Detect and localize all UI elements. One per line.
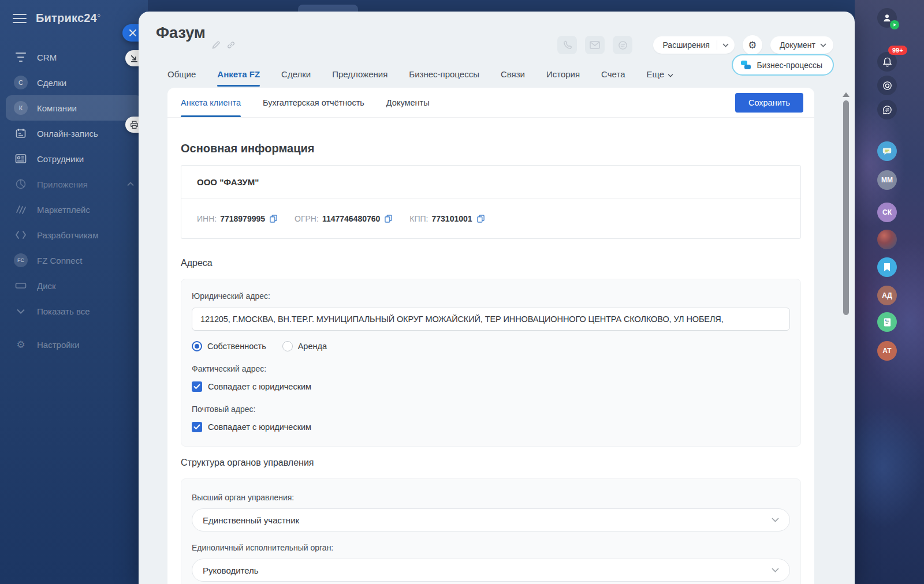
checkbox-checked-icon — [192, 422, 202, 432]
rent-radio[interactable]: Аренда — [282, 341, 327, 351]
tab-anketa-fz[interactable]: Анкета FZ — [217, 69, 260, 87]
company-slider-panel: Фазум Расширения ⚙ — [139, 12, 855, 584]
chevron-down-icon — [722, 43, 729, 47]
company-info-card: ООО "ФАЗУМ" ИНН: 7718979995 ОГРН: 114774… — [181, 165, 801, 239]
sidebar-item-crm[interactable]: CRM — [6, 44, 142, 70]
executive-body-select[interactable]: Руководитель — [192, 559, 790, 582]
ogrn-group: ОГРН: 1147746480760 — [295, 214, 392, 223]
postal-same-as-legal-checkbox[interactable]: Совпадает с юридическим — [192, 422, 790, 432]
actual-address-label: Фактический адрес: — [192, 364, 790, 373]
chevron-down-icon — [772, 568, 779, 572]
copilot-icon[interactable] — [877, 76, 897, 95]
deals-avatar-icon: С — [14, 76, 28, 89]
form-container: Анкета клиента Бухгалтерская отчётность … — [167, 88, 814, 584]
calendar-icon — [14, 128, 28, 139]
tab-history[interactable]: История — [546, 69, 580, 87]
inn-value: 7718979995 — [220, 214, 265, 223]
call-button[interactable] — [557, 36, 577, 54]
sidebar-item-companies[interactable]: К Компании — [6, 95, 142, 121]
user-avatar[interactable] — [877, 8, 897, 28]
copy-kpp-icon[interactable] — [477, 215, 485, 223]
documents-icon[interactable] — [877, 312, 897, 332]
avatar-sk[interactable]: СК — [877, 203, 897, 222]
kpp-value: 773101001 — [432, 214, 472, 223]
scrollbar-thumb[interactable] — [843, 100, 849, 315]
section-title-addresses: Адреса — [181, 258, 801, 268]
avatar-ad[interactable]: АД — [877, 286, 897, 305]
sidebar-item-show-all[interactable]: Показать все — [6, 298, 142, 324]
close-icon — [129, 29, 137, 37]
messenger-icon[interactable] — [877, 100, 897, 119]
apps-icon — [14, 178, 28, 190]
copy-link-icon[interactable] — [226, 40, 236, 50]
sidebar-item-settings[interactable]: ⚙ Настройки — [6, 332, 142, 357]
avatar-photo[interactable] — [877, 230, 897, 249]
notification-count-badge[interactable]: 99+ — [888, 46, 907, 55]
copy-ogrn-icon[interactable] — [385, 215, 392, 223]
sidebar-item-marketplace[interactable]: Маркетплейс — [6, 197, 142, 222]
marketplace-icon — [14, 204, 28, 215]
app-logo[interactable]: Битрикс24○ — [36, 12, 100, 25]
tab-deals[interactable]: Сделки — [281, 69, 311, 87]
copy-inn-icon[interactable] — [270, 215, 277, 223]
tab-accounting-reports[interactable]: Бухгалтерская отчётность — [263, 88, 364, 117]
chevron-down-icon — [820, 43, 826, 47]
actual-same-as-legal-checkbox[interactable]: Совпадает с юридическим — [192, 381, 790, 392]
sidebar: Битрикс24○ CRM С Сделки К Компании Онлай… — [0, 0, 148, 584]
tab-general[interactable]: Общие — [167, 69, 196, 87]
radio-checked-icon — [192, 341, 202, 351]
sidebar-item-employees[interactable]: Сотрудники — [6, 146, 142, 171]
email-button[interactable] — [585, 36, 605, 54]
sidebar-item-deals[interactable]: С Сделки — [6, 70, 142, 95]
disk-icon — [14, 281, 28, 290]
status-play-icon — [890, 20, 899, 29]
extensions-dropdown[interactable]: Расширения — [653, 36, 734, 54]
tab-documents[interactable]: Документы — [386, 88, 430, 117]
tab-links[interactable]: Связи — [501, 69, 525, 87]
scrollbar-up-arrow[interactable] — [843, 92, 850, 97]
collapse-arrow-icon — [130, 54, 138, 62]
menu-toggle-icon[interactable] — [13, 13, 27, 24]
postal-address-label: Почтовый адрес: — [192, 405, 790, 414]
avatar-mm[interactable]: MM — [877, 170, 897, 190]
page-title: Фазум — [156, 24, 206, 42]
tab-invoices[interactable]: Счета — [601, 69, 625, 87]
chat-button[interactable] — [613, 36, 632, 54]
document-dropdown[interactable]: Документ — [770, 36, 833, 54]
avatar-at[interactable]: АТ — [877, 341, 897, 361]
executive-body-label: Единоличный исполнительный орган: — [192, 543, 790, 552]
sidebar-item-online-booking[interactable]: Онлайн-запись — [6, 121, 142, 146]
kpp-group: КПП: 773101001 — [409, 214, 484, 223]
tab-business-processes[interactable]: Бизнес-процессы — [409, 69, 479, 87]
section-title-structure: Структура органов управления — [181, 458, 801, 468]
tab-quotes[interactable]: Предложения — [332, 69, 388, 87]
tab-more[interactable]: Еще — [646, 69, 673, 87]
notifications-bell-icon[interactable] — [877, 52, 897, 72]
sidebar-item-developers[interactable]: Разработчикам — [6, 222, 142, 248]
sidebar-item-fz-connect[interactable]: FC FZ Connect — [6, 248, 142, 273]
edit-title-icon[interactable] — [211, 40, 221, 50]
printer-icon — [130, 121, 139, 129]
sidebar-item-apps[interactable]: Приложения — [6, 171, 142, 197]
settings-gear-button[interactable]: ⚙ — [743, 35, 762, 55]
checkbox-checked-icon — [192, 381, 202, 392]
chat-avatar[interactable] — [877, 141, 897, 161]
addresses-card: Юридический адрес: Собственность Аренда … — [181, 279, 801, 447]
chevron-down-icon — [772, 518, 779, 522]
main-tabs: Общие Анкета FZ Сделки Предложения Бизне… — [167, 69, 673, 87]
save-button[interactable]: Сохранить — [735, 93, 803, 113]
tab-client-form[interactable]: Анкета клиента — [181, 88, 241, 117]
legal-address-input[interactable] — [192, 308, 790, 331]
top-governing-body-label: Высший орган управления: — [192, 493, 790, 502]
fz-connect-avatar-icon: FC — [14, 253, 28, 267]
companies-avatar-icon: К — [14, 101, 28, 115]
company-name: ООО "ФАЗУМ" — [181, 166, 800, 199]
business-process-button[interactable]: Бизнес-процессы — [732, 54, 834, 76]
ownership-radio[interactable]: Собственность — [192, 341, 266, 351]
chevron-up-icon[interactable] — [127, 182, 134, 186]
code-icon — [14, 230, 28, 239]
top-governing-body-select[interactable]: Единственный участник — [192, 508, 790, 531]
sidebar-item-disk[interactable]: Диск — [6, 273, 142, 298]
bookmarks-icon[interactable] — [877, 257, 897, 277]
chevron-down-icon — [14, 309, 28, 314]
